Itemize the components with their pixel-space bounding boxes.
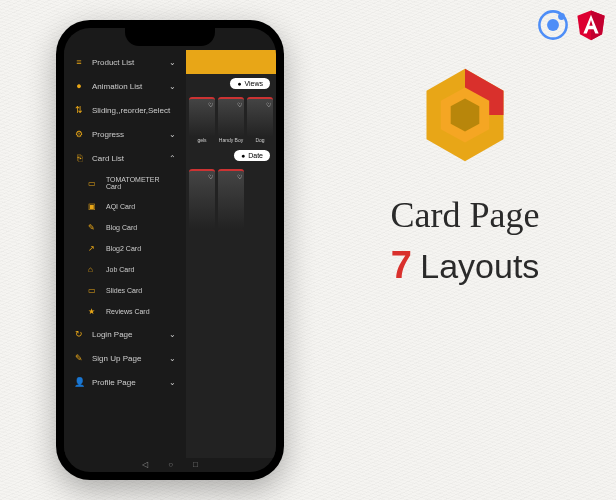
phone-notch [125, 28, 215, 46]
list-icon: ≡ [74, 57, 84, 67]
menu-item-sliding[interactable]: ⇅Sliding,,reorder,Select [64, 98, 186, 122]
angular-icon [574, 8, 608, 42]
ionic-icon [536, 8, 570, 42]
menu-item-product-list[interactable]: ≡Product List⌄ [64, 50, 186, 74]
card-item[interactable] [218, 169, 244, 229]
chevron-up-icon: ⌃ [169, 154, 176, 163]
menu-label: Sliding,,reorder,Select [92, 106, 176, 115]
menu-label: Sign Up Page [92, 354, 161, 363]
sidebar-menu: ≡Product List⌄ ●Animation List⌄ ⇅Sliding… [64, 50, 186, 458]
date-pill[interactable]: ● Date [234, 150, 270, 161]
chevron-down-icon: ⌄ [169, 82, 176, 91]
title-line1: Card Page [340, 194, 590, 236]
chevron-down-icon: ⌄ [169, 130, 176, 139]
title-line2: 7 Layouts [340, 244, 590, 287]
sub-label: Blog2 Card [106, 245, 141, 252]
refresh-icon: ↻ [74, 329, 84, 339]
star-icon: ★ [88, 307, 98, 316]
menu-item-profile[interactable]: 👤Profile Page⌄ [64, 370, 186, 394]
layout-count: 7 [391, 244, 412, 286]
main-content: ● Views gels Handy Boy Dog ● Date [186, 50, 276, 458]
card-item[interactable] [189, 169, 215, 229]
card-row: gels Handy Boy Dog [186, 94, 276, 146]
menu-label: Animation List [92, 82, 161, 91]
arrow-icon: ↗ [88, 244, 98, 253]
card-row [186, 166, 276, 232]
sub-tomatometer[interactable]: ▭TOMATOMETER Card [64, 170, 186, 196]
sub-label: TOMATOMETER Card [106, 176, 176, 190]
svg-point-1 [547, 19, 559, 31]
chevron-down-icon: ⌄ [169, 378, 176, 387]
home-icon: ⌂ [88, 265, 98, 274]
sort-icon: ⇅ [74, 105, 84, 115]
card-item[interactable] [189, 97, 215, 137]
sub-label: Blog Card [106, 224, 137, 231]
recent-icon[interactable]: □ [193, 460, 198, 469]
promo-text: Card Page 7 Layouts [340, 60, 590, 287]
sub-job[interactable]: ⌂Job Card [64, 259, 186, 280]
card-label: gels [189, 137, 215, 143]
app-header [186, 50, 276, 74]
back-icon[interactable]: ◁ [142, 460, 148, 469]
home-icon[interactable]: ○ [168, 460, 173, 469]
card-item[interactable] [218, 97, 244, 137]
menu-label: Product List [92, 58, 161, 67]
card-label: Handy Boy [218, 137, 244, 143]
chevron-down-icon: ⌄ [169, 58, 176, 67]
views-pill[interactable]: ● Views [230, 78, 270, 89]
menu-item-animation-list[interactable]: ●Animation List⌄ [64, 74, 186, 98]
sub-aqi[interactable]: ▣AQI Card [64, 196, 186, 217]
sub-slides[interactable]: ▭Slides Card [64, 280, 186, 301]
sub-label: Reviews Card [106, 308, 150, 315]
sub-blog[interactable]: ✎Blog Card [64, 217, 186, 238]
user-icon: 👤 [74, 377, 84, 387]
menu-label: Card List [92, 154, 161, 163]
card-label: Dog [247, 137, 273, 143]
slides-icon: ▭ [88, 286, 98, 295]
box-icon: ▭ [88, 179, 98, 188]
android-nav: ◁○□ [142, 460, 198, 469]
gear-icon: ⚙ [74, 129, 84, 139]
menu-label: Login Page [92, 330, 161, 339]
sub-label: Job Card [106, 266, 134, 273]
sub-label: AQI Card [106, 203, 135, 210]
sub-label: Slides Card [106, 287, 142, 294]
edit-icon: ✎ [74, 353, 84, 363]
chevron-down-icon: ⌄ [169, 354, 176, 363]
menu-label: Progress [92, 130, 161, 139]
menu-item-signup[interactable]: ✎Sign Up Page⌄ [64, 346, 186, 370]
menu-item-card-list[interactable]: ⎘Card List⌃ [64, 146, 186, 170]
framework-logos [536, 8, 608, 42]
phone-mockup: ≡Product List⌄ ●Animation List⌄ ⇅Sliding… [56, 20, 284, 480]
card-icon: ⎘ [74, 153, 84, 163]
menu-label: Profile Page [92, 378, 161, 387]
menu-item-login[interactable]: ↻Login Page⌄ [64, 322, 186, 346]
dot-icon: ● [74, 81, 84, 91]
square-icon: ▣ [88, 202, 98, 211]
svg-point-2 [558, 13, 565, 20]
pen-icon: ✎ [88, 223, 98, 232]
sub-reviews[interactable]: ★Reviews Card [64, 301, 186, 322]
hexagon-logo [410, 60, 520, 170]
menu-item-progress[interactable]: ⚙Progress⌄ [64, 122, 186, 146]
chevron-down-icon: ⌄ [169, 330, 176, 339]
card-item[interactable] [247, 97, 273, 137]
sub-blog2[interactable]: ↗Blog2 Card [64, 238, 186, 259]
